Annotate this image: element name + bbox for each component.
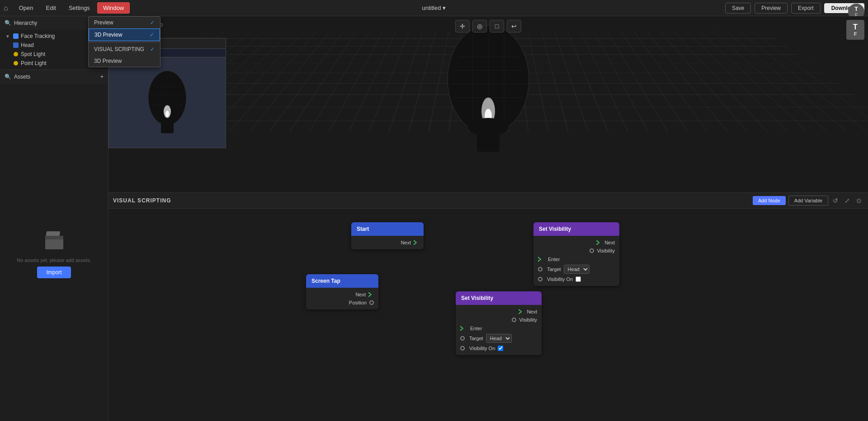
add-node-button[interactable]: Add Node	[753, 196, 786, 205]
node-port-sv2-target[interactable]	[460, 336, 465, 341]
assets-title: 🔍 Assets	[5, 74, 30, 80]
check-icon: ✓	[150, 19, 155, 26]
dropdown-3d-preview-sub[interactable]: 3D Preview	[89, 55, 160, 67]
main-layout: 🔍 Hierarchy + ▼ Face Tracking Head Spot	[0, 16, 868, 421]
node-sv1-visibility-on: Visibility On	[533, 275, 619, 283]
node-port-sv2-vis-on[interactable]	[460, 346, 465, 351]
vs-settings-icon[interactable]: ⊙	[854, 196, 863, 205]
node-port-screen-tap-position[interactable]	[369, 300, 374, 305]
node-port-sv2-next-out[interactable]	[519, 309, 524, 314]
node-sv1-enter: Enter	[533, 255, 619, 263]
node-sv2-next: Next	[456, 308, 542, 316]
node-screen-tap-next: Next	[306, 290, 378, 299]
main-content: ✛ ◎ □ ↩ ⌄⌄ ⚙ ↺ ⌄ ⊙ ⚙ ↺ ⌄ ⊙	[108, 16, 868, 421]
node-screen-tap-header: Screen Tap	[306, 274, 378, 288]
vs-expand-icon[interactable]: ⤢	[843, 196, 852, 205]
vs-refresh-icon[interactable]: ↺	[831, 196, 840, 205]
viewport-container: ✛ ◎ □ ↩ ⌄⌄ ⚙ ↺ ⌄ ⊙ ⚙ ↺ ⌄ ⊙	[108, 16, 868, 192]
vs-title: VISUAL SCRIPTING	[113, 197, 171, 204]
menu-open[interactable]: Open	[14, 3, 39, 13]
node-screen-tap: Screen Tap Next Position	[306, 274, 378, 309]
node-port-sv1-target[interactable]	[538, 267, 542, 271]
check-icon-2: ✓	[150, 32, 154, 38]
node-port-sv1-next-out[interactable]	[596, 240, 602, 245]
assets-search-icon[interactable]: 🔍	[5, 74, 11, 80]
face-tracking-icon	[13, 33, 19, 39]
head-icon	[13, 42, 19, 48]
dropdown-separator	[89, 42, 160, 42]
node-port-sv1-visibility-out[interactable]	[590, 248, 594, 253]
menu-edit[interactable]: Edit	[40, 3, 61, 13]
assets-section: 🔍 Assets + No assets yet, please add ass…	[0, 70, 108, 421]
check-icon-3: ✓	[150, 46, 155, 52]
spot-light-label: Spot Light	[21, 51, 45, 57]
node-sv1-header: Set Visibility	[533, 222, 619, 236]
node-port-sv1-enter[interactable]	[538, 257, 543, 262]
add-variable-button[interactable]: Add Variable	[788, 196, 828, 206]
node-port-screen-tap-next[interactable]	[368, 292, 374, 297]
rotate-tool-button[interactable]: ◎	[472, 20, 487, 33]
node-sv2-target: Target Head	[456, 332, 542, 344]
node-start-header: Start	[351, 222, 424, 236]
node-start: Start Next	[351, 222, 424, 249]
node-set-visibility-1: Set Visibility Next Visibility	[533, 222, 619, 286]
sv1-visibility-checkbox[interactable]	[576, 276, 581, 282]
node-port-sv2-enter[interactable]	[460, 326, 466, 331]
project-name: untitled ▾	[422, 5, 446, 11]
dropdown-3d-preview[interactable]: 3D Preview ✓	[89, 28, 160, 41]
hierarchy-title: 🔍 Hierarchy	[5, 20, 37, 26]
point-light-icon	[13, 60, 19, 66]
node-sv1-visibility-out: Visibility	[533, 247, 619, 255]
sv2-visibility-checkbox[interactable]	[498, 346, 503, 351]
sv1-target-select[interactable]: Head	[564, 265, 590, 274]
sv2-target-select[interactable]: Head	[486, 334, 512, 343]
node-screen-tap-position: Position	[306, 299, 378, 307]
face-tracking-label: Face Tracking	[21, 33, 55, 39]
node-port-sv2-visibility-out[interactable]	[512, 318, 516, 322]
node-port-sv1-vis-on[interactable]	[538, 277, 542, 281]
import-button[interactable]: Import	[37, 267, 71, 278]
top-bar-right: Save Preview Export Download T F	[725, 3, 864, 14]
node-sv2-visibility-on: Visibility On	[456, 344, 542, 352]
window-dropdown-menu: Preview ✓ 3D Preview ✓ VISUAL SCRIPTING …	[88, 16, 160, 67]
reset-tool-button[interactable]: ↩	[507, 20, 521, 33]
preview-button[interactable]: Preview	[755, 3, 788, 14]
assets-empty-text: No assets yet, please add assets.	[17, 257, 91, 263]
assets-add-icon[interactable]: +	[100, 74, 104, 80]
menu-settings[interactable]: Settings	[63, 3, 95, 13]
save-button[interactable]: Save	[725, 3, 751, 14]
avatar-t: T	[854, 5, 858, 13]
svg-rect-24	[161, 122, 174, 133]
node-port-next-out[interactable]	[414, 240, 419, 245]
small-head-model	[145, 69, 190, 136]
assets-header: 🔍 Assets +	[0, 70, 108, 84]
scale-tool-button[interactable]: □	[490, 20, 504, 33]
assets-empty-icon	[41, 227, 68, 254]
assets-content: No assets yet, please add assets. Import	[0, 84, 108, 421]
vs-header: VISUAL SCRIPTING Add Node Add Variable ↺…	[108, 193, 868, 209]
svg-point-15	[468, 118, 509, 136]
svg-rect-2	[45, 236, 63, 239]
node-set-visibility-2: Set Visibility Next Visibility	[456, 291, 542, 355]
dropdown-preview[interactable]: Preview ✓	[89, 17, 160, 28]
node-sv2-enter: Enter	[456, 324, 542, 332]
node-start-next: Next	[351, 239, 424, 247]
top-bar: ⌂ Open Edit Settings Window Preview ✓ 3D…	[0, 0, 868, 16]
head-label: Head	[21, 42, 34, 48]
node-sv2-body: Next Visibility Enter Target	[456, 305, 542, 355]
menu-window[interactable]: Window	[97, 2, 130, 14]
spot-light-icon	[13, 51, 19, 57]
search-icon[interactable]: 🔍	[5, 20, 11, 26]
node-sv1-target: Target Head	[533, 263, 619, 275]
point-light-label: Point Light	[21, 60, 47, 66]
home-icon[interactable]: ⌂	[4, 4, 8, 12]
node-start-body: Next	[351, 236, 424, 249]
svg-point-23	[165, 111, 169, 117]
dropdown-visual-scripting[interactable]: VISUAL SCRIPTING ✓	[89, 43, 160, 55]
expand-arrow-icon: ▼	[5, 34, 10, 39]
node-sv2-header: Set Visibility	[456, 291, 542, 305]
export-button[interactable]: Export	[791, 3, 821, 14]
user-avatar-viewport: T F	[846, 20, 864, 40]
vs-canvas: Start Next Screen Tap	[108, 209, 868, 421]
move-tool-button[interactable]: ✛	[455, 20, 470, 33]
